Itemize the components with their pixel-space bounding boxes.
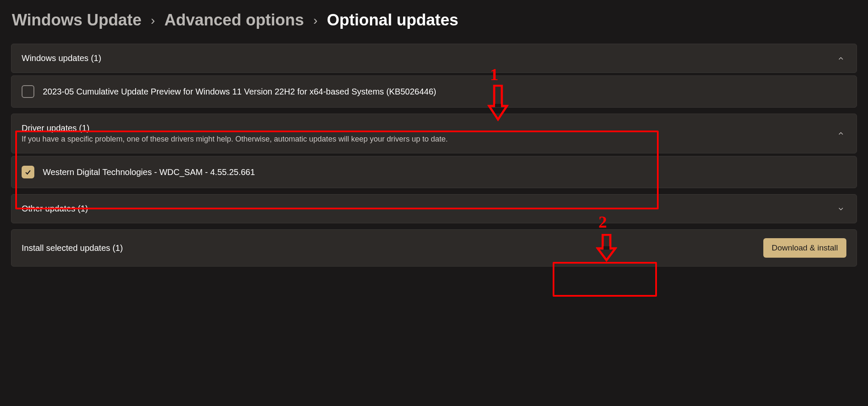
- chevron-up-icon: [837, 55, 845, 62]
- breadcrumb: Windows Update › Advanced options › Opti…: [11, 11, 857, 29]
- download-install-button[interactable]: Download & install: [763, 238, 846, 258]
- driver-update-item-label: Western Digital Technologies - WDC_SAM -…: [43, 167, 255, 177]
- annotation-box-download-install: [553, 262, 657, 297]
- install-selected-card: Install selected updates (1) Download & …: [11, 229, 857, 267]
- driver-updates-title: Driver updates (1): [22, 123, 448, 133]
- other-updates-expander[interactable]: Other updates (1): [11, 194, 857, 223]
- driver-update-item-checkbox[interactable]: [22, 166, 34, 178]
- breadcrumb-advanced-options[interactable]: Advanced options: [164, 11, 304, 29]
- breadcrumb-optional-updates: Optional updates: [327, 11, 458, 29]
- windows-updates-title: Windows updates (1): [22, 53, 101, 63]
- chevron-right-icon: ›: [151, 13, 155, 28]
- chevron-right-icon: ›: [313, 13, 317, 28]
- driver-update-item-row: Western Digital Technologies - WDC_SAM -…: [11, 156, 857, 188]
- chevron-up-icon: [837, 130, 845, 137]
- other-updates-title: Other updates (1): [22, 204, 88, 214]
- breadcrumb-windows-update[interactable]: Windows Update: [12, 11, 142, 29]
- windows-update-item-row: 2023-05 Cumulative Update Preview for Wi…: [11, 75, 857, 108]
- windows-update-item-label: 2023-05 Cumulative Update Preview for Wi…: [43, 87, 436, 97]
- driver-updates-expander[interactable]: Driver updates (1) If you have a specifi…: [11, 114, 857, 153]
- windows-updates-expander[interactable]: Windows updates (1): [11, 44, 857, 73]
- windows-update-item-checkbox[interactable]: [22, 85, 34, 98]
- chevron-down-icon: [837, 205, 845, 213]
- driver-updates-subtitle: If you have a specific problem, one of t…: [22, 135, 448, 144]
- install-selected-label: Install selected updates (1): [22, 243, 123, 253]
